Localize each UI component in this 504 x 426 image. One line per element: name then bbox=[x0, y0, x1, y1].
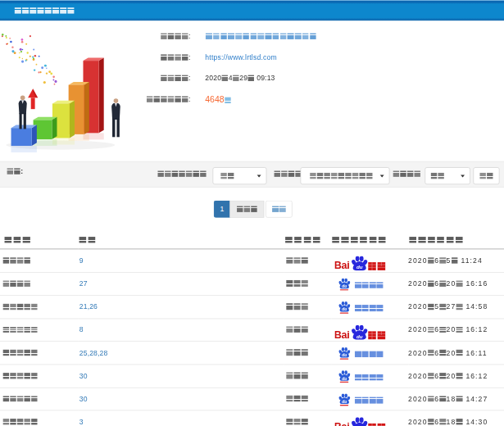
svg-text:du: du bbox=[342, 400, 347, 404]
svg-text:Bai: Bai bbox=[334, 421, 349, 426]
svg-text:du: du bbox=[342, 377, 347, 381]
svg-text:du: du bbox=[342, 284, 347, 288]
svg-text:du: du bbox=[356, 264, 363, 270]
svg-text:Bai: Bai bbox=[334, 329, 349, 340]
svg-text:du: du bbox=[342, 307, 347, 311]
svg-text:du: du bbox=[342, 354, 347, 358]
svg-text:du: du bbox=[356, 333, 363, 339]
svg-text:Bai: Bai bbox=[334, 260, 349, 270]
